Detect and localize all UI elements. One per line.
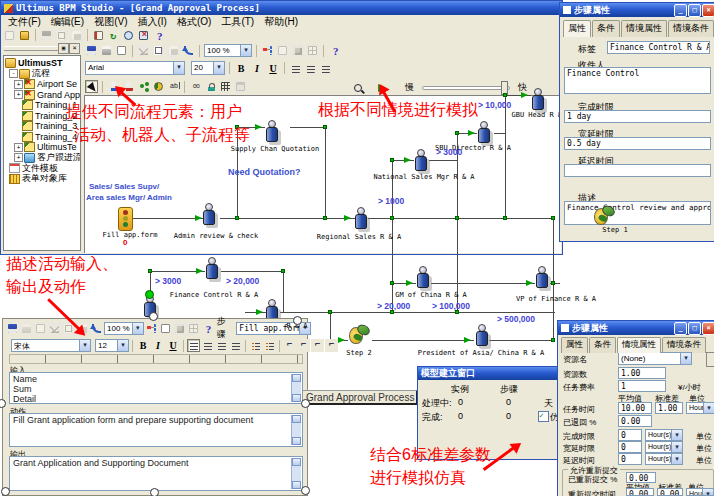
- extension-unit-select[interactable]: Hour(s): [645, 441, 683, 453]
- notebook-icon[interactable]: [92, 29, 105, 42]
- selection-handle[interactable]: [150, 488, 159, 496]
- user-step-icon[interactable]: [417, 266, 429, 288]
- help-icon[interactable]: [328, 44, 341, 57]
- expand-icon[interactable]: +: [14, 90, 23, 99]
- completion-unit-select[interactable]: Hour(s): [645, 429, 683, 441]
- selection-handle[interactable]: [301, 486, 310, 495]
- task-time-mean-field[interactable]: 10.00: [618, 402, 652, 414]
- task-time-std-field[interactable]: 1.00: [655, 402, 683, 414]
- align-right-icon[interactable]: [319, 62, 332, 75]
- new-icon[interactable]: [3, 29, 16, 42]
- completion-field[interactable]: 0: [618, 429, 642, 441]
- undo-icon[interactable]: [182, 44, 195, 57]
- completion-field[interactable]: 1 day: [564, 110, 711, 123]
- delay-field[interactable]: [564, 164, 711, 177]
- print-icon[interactable]: [20, 322, 33, 335]
- tab-left-icon[interactable]: [283, 339, 296, 352]
- save-icon[interactable]: [40, 29, 53, 42]
- tree-item-customer-follow[interactable]: +客户跟进流程: [5, 153, 80, 163]
- align-justify-icon[interactable]: [229, 339, 242, 352]
- organization-icon[interactable]: [173, 322, 186, 335]
- save-icon[interactable]: [6, 322, 19, 335]
- underline-button[interactable]: U: [266, 62, 280, 75]
- link-icon[interactable]: [189, 80, 202, 93]
- slider-thumb[interactable]: [501, 81, 508, 95]
- menu-format[interactable]: 格式(O): [172, 15, 216, 29]
- grid-icon[interactable]: [219, 80, 232, 93]
- menu-view[interactable]: 视图(V): [89, 15, 132, 29]
- selection-handle[interactable]: [149, 312, 158, 321]
- resubmit-mean-field[interactable]: 0.00: [626, 488, 654, 496]
- tab-conditions[interactable]: 条件: [589, 337, 616, 353]
- help-icon[interactable]: [201, 322, 214, 335]
- user-step-icon[interactable]: [206, 257, 218, 279]
- junction-step-icon[interactable]: [152, 80, 165, 93]
- font-size-select[interactable]: 12: [95, 339, 129, 352]
- delay-unit-select[interactable]: Hour(s): [645, 453, 683, 465]
- menu-help[interactable]: 帮助(H): [259, 15, 303, 29]
- bold-button[interactable]: B: [234, 62, 248, 75]
- expand-icon[interactable]: +: [14, 153, 23, 162]
- minimize-button[interactable]: _: [674, 4, 687, 17]
- document-icon[interactable]: [159, 322, 172, 335]
- process-caption-button[interactable]: Grand Approval Process: [302, 390, 418, 405]
- tab-center-icon[interactable]: [297, 339, 310, 352]
- tab-conditions[interactable]: 条件: [592, 20, 620, 37]
- close-button[interactable]: ×: [702, 4, 714, 17]
- copy-icon[interactable]: [152, 44, 165, 57]
- maximize-button[interactable]: □: [688, 4, 701, 17]
- tree-item-form-library[interactable]: 表单对象库: [5, 174, 80, 184]
- close-tree-button[interactable]: ×: [69, 43, 80, 54]
- layout-icon[interactable]: [234, 80, 247, 93]
- gripper[interactable]: [4, 46, 58, 51]
- tab-scenario-properties[interactable]: 情境属性: [617, 337, 661, 353]
- align-right-icon[interactable]: [215, 339, 228, 352]
- action-textarea[interactable]: Fill Grant application form and prepare …: [9, 413, 303, 447]
- document-icon[interactable]: [276, 44, 289, 57]
- selection-handle[interactable]: [293, 316, 302, 325]
- close-view-icon[interactable]: [137, 29, 150, 42]
- resource-count-field[interactable]: 1.00: [618, 367, 666, 379]
- tab-properties[interactable]: 属性: [563, 20, 591, 37]
- expand-icon[interactable]: +: [14, 143, 23, 152]
- menu-insert[interactable]: 插入(I): [132, 15, 171, 29]
- resubmit-std-field[interactable]: 0.00: [657, 488, 683, 496]
- maximize-button[interactable]: □: [688, 322, 701, 335]
- tab-decimal-icon[interactable]: [325, 339, 338, 352]
- scrollbar[interactable]: [291, 374, 301, 402]
- cut-icon[interactable]: [137, 44, 150, 57]
- paste-icon[interactable]: [167, 44, 180, 57]
- junction-step-icon[interactable]: [349, 325, 370, 344]
- select-cursor-icon[interactable]: [85, 80, 98, 93]
- font-select[interactable]: 宋体: [11, 339, 91, 352]
- table-icon[interactable]: [306, 44, 319, 57]
- speed-slider[interactable]: [422, 81, 510, 93]
- delay-field[interactable]: 0: [618, 453, 642, 465]
- tab-scenario-properties[interactable]: 情境属性: [621, 20, 667, 37]
- minimize-button[interactable]: _: [674, 322, 687, 335]
- subprocess-icon[interactable]: [137, 80, 150, 93]
- browse-button[interactable]: [706, 352, 714, 367]
- tree-item-root[interactable]: UltimusST: [5, 58, 80, 68]
- bullet-list-icon[interactable]: [263, 339, 276, 352]
- align-center-icon[interactable]: [304, 62, 317, 75]
- extension-field[interactable]: 0.5 day: [564, 137, 711, 150]
- help-icon[interactable]: [152, 29, 165, 42]
- italic-button[interactable]: I: [250, 62, 264, 75]
- output-textarea[interactable]: Grant Application and Supporting Documen…: [9, 456, 303, 491]
- underline-button[interactable]: U: [166, 339, 180, 352]
- extension-field[interactable]: 0: [618, 441, 642, 453]
- table-icon[interactable]: [187, 322, 200, 335]
- bold-button[interactable]: B: [136, 339, 150, 352]
- organization-icon[interactable]: [291, 44, 304, 57]
- cut-icon[interactable]: [48, 322, 61, 335]
- description-field[interactable]: Finance Control review and approval: [564, 201, 711, 225]
- returned-field[interactable]: 0.00: [618, 415, 652, 427]
- orgchart-icon[interactable]: [261, 44, 274, 57]
- user-step-icon[interactable]: [536, 266, 548, 288]
- tab-scenario-conditions[interactable]: 情境条件: [662, 337, 706, 353]
- lock-icon[interactable]: [204, 80, 217, 93]
- schedule-icon[interactable]: [122, 29, 135, 42]
- font-select[interactable]: Arial: [85, 61, 185, 75]
- tree-item-processes[interactable]: -流程: [5, 69, 80, 79]
